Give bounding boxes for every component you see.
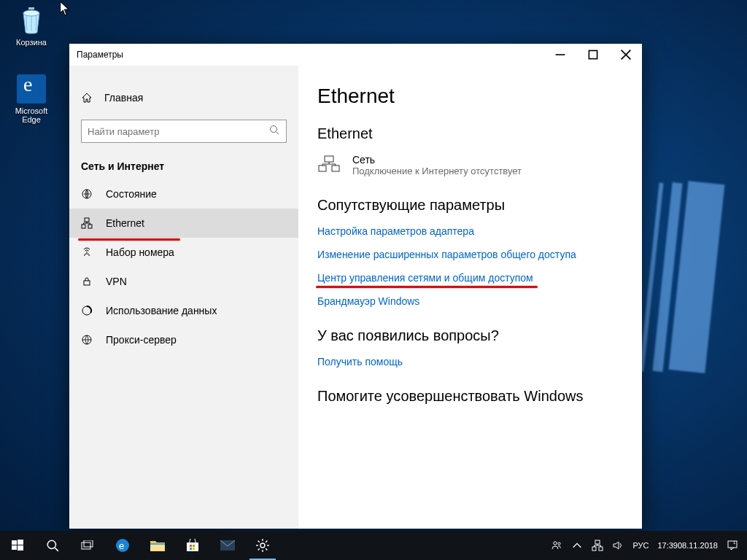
nav-proxy[interactable]: Прокси-сервер xyxy=(69,325,298,354)
start-button[interactable] xyxy=(0,531,35,560)
svg-rect-3 xyxy=(589,50,597,58)
recycle-bin-icon xyxy=(16,4,47,35)
page-heading: Ethernet xyxy=(317,85,623,108)
tray-volume[interactable] xyxy=(608,531,628,560)
gear-icon xyxy=(256,539,269,552)
svg-text:e: e xyxy=(119,540,124,551)
network-icon xyxy=(317,155,342,173)
svg-rect-18 xyxy=(12,540,17,545)
search-icon xyxy=(46,539,59,552)
svg-line-41 xyxy=(258,541,260,542)
people-icon xyxy=(551,540,562,551)
nav-vpn[interactable]: VPN xyxy=(69,267,298,296)
chevron-up-icon xyxy=(571,540,583,551)
data-usage-icon xyxy=(81,305,94,316)
close-button[interactable] xyxy=(609,44,642,66)
home-link[interactable]: Главная xyxy=(69,86,298,109)
svg-rect-17 xyxy=(332,166,339,171)
edge-icon: e xyxy=(115,538,130,553)
taskbar-store[interactable] xyxy=(175,531,210,560)
nav-ethernet[interactable]: Ethernet xyxy=(69,209,298,238)
tray-people[interactable] xyxy=(546,531,567,560)
section-questions: У вас появились вопросы? xyxy=(317,327,623,344)
svg-rect-24 xyxy=(82,542,90,549)
svg-rect-34 xyxy=(193,548,195,550)
cursor-icon xyxy=(60,1,70,16)
network-entry[interactable]: Сеть Подключение к Интернету отсутствует xyxy=(317,154,623,176)
taskbar-settings[interactable] xyxy=(245,531,280,560)
svg-line-42 xyxy=(266,548,267,550)
svg-rect-11 xyxy=(88,225,92,228)
sidebar: Главная Сеть и Интернет Состояние Ethern… xyxy=(69,66,298,529)
nav-datausage[interactable]: Использование данных xyxy=(69,296,298,325)
nav-label: Ethernet xyxy=(106,217,144,229)
svg-line-23 xyxy=(55,548,58,551)
taskbar-edge[interactable]: e xyxy=(105,531,140,560)
svg-rect-31 xyxy=(190,545,192,547)
store-icon xyxy=(186,539,199,552)
settings-window: Параметры Главная Сеть и Интернет Состоя… xyxy=(69,44,642,529)
svg-rect-10 xyxy=(82,225,85,228)
nav-label: Набор номера xyxy=(106,246,174,258)
taskview-icon xyxy=(81,540,94,551)
link-adapter-settings[interactable]: Настройка параметров адаптера xyxy=(317,225,474,237)
network-name: Сеть xyxy=(352,154,522,166)
svg-rect-1 xyxy=(28,7,34,9)
clock-time: 17:39 xyxy=(657,541,678,551)
clock-date: 08.11.2018 xyxy=(678,541,718,551)
section-title: Сеть и Интернет xyxy=(69,158,298,179)
home-icon xyxy=(81,92,94,104)
svg-rect-32 xyxy=(193,545,195,547)
windows-icon xyxy=(12,540,23,551)
section-improve: Помогите усовершенствовать Windows xyxy=(317,388,623,405)
search-input[interactable] xyxy=(88,126,268,137)
edge-icon xyxy=(17,74,46,104)
svg-line-44 xyxy=(266,541,267,542)
proxy-icon xyxy=(81,334,94,346)
link-get-help[interactable]: Получить помощь xyxy=(317,356,403,368)
desktop-icon-label: Microsoft Edge xyxy=(6,106,57,124)
svg-rect-49 xyxy=(599,547,603,551)
taskbar-taskview[interactable] xyxy=(70,531,105,560)
content-pane: Ethernet Ethernet Сеть Подключение к Инт… xyxy=(298,66,642,529)
volume-icon xyxy=(612,540,624,551)
search-box[interactable] xyxy=(81,120,287,143)
svg-line-7 xyxy=(276,132,279,135)
desktop-recycle-bin[interactable]: Корзина xyxy=(6,4,57,47)
tray-clock[interactable]: 17:39 08.11.2018 xyxy=(653,531,722,560)
svg-rect-12 xyxy=(84,281,90,285)
folder-icon xyxy=(150,540,165,551)
annotation-underline xyxy=(316,286,538,288)
ethernet-icon xyxy=(81,217,94,229)
svg-rect-21 xyxy=(18,545,23,551)
link-firewall[interactable]: Брандмауэр Windows xyxy=(317,295,419,307)
svg-point-36 xyxy=(260,543,265,548)
show-desktop[interactable] xyxy=(743,531,747,560)
taskbar-search[interactable] xyxy=(35,531,70,560)
nav-label: Прокси-сервер xyxy=(106,334,177,346)
taskbar-explorer[interactable] xyxy=(140,531,175,560)
taskbar-mail[interactable] xyxy=(210,531,245,560)
window-title: Параметры xyxy=(77,50,543,60)
nav-status[interactable]: Состояние xyxy=(69,179,298,209)
minimize-button[interactable] xyxy=(543,44,576,66)
desktop-edge[interactable]: Microsoft Edge xyxy=(6,74,57,124)
svg-rect-20 xyxy=(12,545,17,550)
tray-network[interactable] xyxy=(587,531,608,560)
nav-label: VPN xyxy=(106,276,127,287)
link-label: Центр управления сетями и общим доступом xyxy=(317,272,533,284)
nav-label: Состояние xyxy=(106,188,157,200)
mail-icon xyxy=(220,540,235,551)
desktop-icon-label: Корзина xyxy=(6,38,57,47)
link-advanced-sharing[interactable]: Изменение расширенных параметров общего … xyxy=(317,249,576,260)
nav-dialup[interactable]: Набор номера xyxy=(69,238,298,267)
section-related: Сопутствующие параметры xyxy=(317,197,623,214)
link-network-center[interactable]: Центр управления сетями и общим доступом xyxy=(317,272,533,284)
svg-rect-16 xyxy=(319,166,326,171)
system-tray: РУС 17:39 08.11.2018 1 xyxy=(546,531,747,560)
tray-notifications[interactable]: 1 xyxy=(722,531,743,560)
tray-chevron[interactable] xyxy=(567,531,587,560)
title-bar[interactable]: Параметры xyxy=(69,44,642,66)
maximize-button[interactable] xyxy=(576,44,609,66)
tray-language[interactable]: РУС xyxy=(628,531,653,560)
